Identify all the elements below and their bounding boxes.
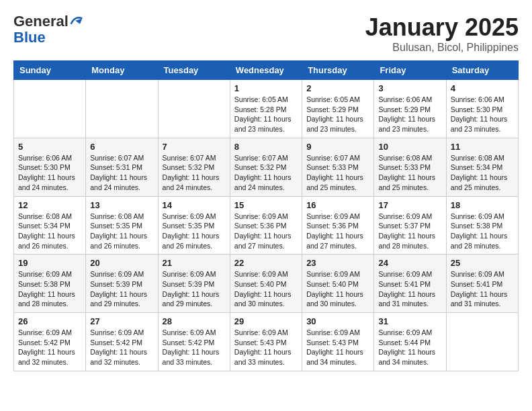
weekday-header-monday: Monday (86, 61, 158, 80)
calendar-cell: 13Sunrise: 6:08 AM Sunset: 5:35 PM Dayli… (86, 196, 158, 255)
day-info: Sunrise: 6:09 AM Sunset: 5:44 PM Dayligh… (378, 328, 441, 367)
day-number: 27 (90, 316, 153, 326)
day-info: Sunrise: 6:08 AM Sunset: 5:33 PM Dayligh… (378, 153, 441, 193)
day-number: 20 (90, 258, 153, 268)
day-info: Sunrise: 6:09 AM Sunset: 5:36 PM Dayligh… (234, 212, 298, 251)
day-number: 23 (306, 258, 369, 268)
day-info: Sunrise: 6:09 AM Sunset: 5:43 PM Dayligh… (234, 328, 298, 367)
day-number: 30 (306, 316, 369, 326)
page-header: General Blue January 2025 Bulusan, Bicol… (13, 13, 519, 54)
calendar-cell: 9Sunrise: 6:07 AM Sunset: 5:33 PM Daylig… (302, 138, 374, 196)
calendar-cell: 29Sunrise: 6:09 AM Sunset: 5:43 PM Dayli… (230, 313, 302, 371)
day-number: 11 (451, 142, 514, 152)
day-number: 29 (234, 316, 298, 326)
day-number: 14 (163, 200, 226, 210)
day-number: 4 (451, 83, 514, 93)
calendar-cell: 3Sunrise: 6:06 AM Sunset: 5:29 PM Daylig… (374, 80, 446, 138)
calendar-cell: 6Sunrise: 6:07 AM Sunset: 5:31 PM Daylig… (86, 138, 158, 196)
day-info: Sunrise: 6:08 AM Sunset: 5:34 PM Dayligh… (451, 153, 514, 193)
calendar-cell: 18Sunrise: 6:09 AM Sunset: 5:38 PM Dayli… (446, 196, 518, 255)
calendar-cell: 26Sunrise: 6:09 AM Sunset: 5:42 PM Dayli… (14, 313, 86, 371)
day-number: 9 (306, 142, 369, 152)
calendar-cell: 10Sunrise: 6:08 AM Sunset: 5:33 PM Dayli… (374, 138, 446, 196)
day-number: 5 (18, 142, 81, 152)
calendar: SundayMondayTuesdayWednesdayThursdayFrid… (13, 60, 519, 371)
day-number: 8 (234, 142, 298, 152)
day-info: Sunrise: 6:08 AM Sunset: 5:34 PM Dayligh… (18, 212, 81, 251)
logo-general: General (13, 13, 69, 30)
calendar-cell: 16Sunrise: 6:09 AM Sunset: 5:36 PM Dayli… (302, 196, 374, 255)
day-number: 15 (234, 200, 298, 210)
day-number: 21 (163, 258, 226, 268)
day-info: Sunrise: 6:09 AM Sunset: 5:40 PM Dayligh… (306, 269, 369, 309)
day-info: Sunrise: 6:09 AM Sunset: 5:42 PM Dayligh… (163, 328, 226, 367)
weekday-header-wednesday: Wednesday (230, 61, 302, 80)
day-number: 25 (451, 258, 514, 268)
day-number: 6 (90, 142, 153, 152)
calendar-cell: 24Sunrise: 6:09 AM Sunset: 5:41 PM Dayli… (374, 255, 446, 313)
calendar-cell: 17Sunrise: 6:09 AM Sunset: 5:37 PM Dayli… (374, 196, 446, 255)
day-number: 13 (90, 200, 153, 210)
day-number: 28 (163, 316, 226, 326)
day-info: Sunrise: 6:07 AM Sunset: 5:32 PM Dayligh… (234, 153, 298, 193)
logo-blue: Blue (13, 30, 83, 46)
day-info: Sunrise: 6:09 AM Sunset: 5:36 PM Dayligh… (306, 212, 369, 251)
day-number: 2 (306, 83, 369, 93)
calendar-cell: 5Sunrise: 6:06 AM Sunset: 5:30 PM Daylig… (14, 138, 86, 196)
calendar-cell: 2Sunrise: 6:05 AM Sunset: 5:29 PM Daylig… (302, 80, 374, 138)
weekday-header-sunday: Sunday (14, 61, 86, 80)
calendar-cell: 22Sunrise: 6:09 AM Sunset: 5:40 PM Dayli… (230, 255, 302, 313)
calendar-cell: 7Sunrise: 6:07 AM Sunset: 5:32 PM Daylig… (158, 138, 230, 196)
day-number: 31 (378, 316, 441, 326)
day-number: 1 (234, 83, 298, 93)
weekday-header-tuesday: Tuesday (158, 61, 230, 80)
calendar-cell: 23Sunrise: 6:09 AM Sunset: 5:40 PM Dayli… (302, 255, 374, 313)
calendar-cell: 25Sunrise: 6:09 AM Sunset: 5:41 PM Dayli… (446, 255, 518, 313)
day-info: Sunrise: 6:09 AM Sunset: 5:37 PM Dayligh… (378, 212, 441, 251)
day-info: Sunrise: 6:09 AM Sunset: 5:42 PM Dayligh… (18, 328, 81, 367)
day-info: Sunrise: 6:09 AM Sunset: 5:42 PM Dayligh… (90, 328, 153, 367)
day-number: 17 (378, 200, 441, 210)
calendar-cell (14, 80, 86, 138)
title-block: January 2025 Bulusan, Bicol, Philippines (365, 13, 519, 54)
day-info: Sunrise: 6:06 AM Sunset: 5:30 PM Dayligh… (451, 95, 514, 134)
day-info: Sunrise: 6:09 AM Sunset: 5:41 PM Dayligh… (378, 269, 441, 309)
calendar-cell: 12Sunrise: 6:08 AM Sunset: 5:34 PM Dayli… (14, 196, 86, 255)
calendar-cell: 21Sunrise: 6:09 AM Sunset: 5:39 PM Dayli… (158, 255, 230, 313)
day-info: Sunrise: 6:06 AM Sunset: 5:29 PM Dayligh… (378, 95, 441, 134)
day-info: Sunrise: 6:05 AM Sunset: 5:29 PM Dayligh… (306, 95, 369, 134)
day-info: Sunrise: 6:06 AM Sunset: 5:30 PM Dayligh… (18, 153, 81, 193)
day-info: Sunrise: 6:07 AM Sunset: 5:33 PM Dayligh… (306, 153, 369, 193)
calendar-cell: 14Sunrise: 6:09 AM Sunset: 5:35 PM Dayli… (158, 196, 230, 255)
calendar-cell: 20Sunrise: 6:09 AM Sunset: 5:39 PM Dayli… (86, 255, 158, 313)
calendar-cell: 4Sunrise: 6:06 AM Sunset: 5:30 PM Daylig… (446, 80, 518, 138)
calendar-cell: 1Sunrise: 6:05 AM Sunset: 5:28 PM Daylig… (230, 80, 302, 138)
month-title: January 2025 (365, 13, 519, 42)
calendar-cell: 19Sunrise: 6:09 AM Sunset: 5:38 PM Dayli… (14, 255, 86, 313)
day-number: 3 (378, 83, 441, 93)
day-info: Sunrise: 6:07 AM Sunset: 5:31 PM Dayligh… (90, 153, 153, 193)
day-number: 12 (18, 200, 81, 210)
day-info: Sunrise: 6:09 AM Sunset: 5:38 PM Dayligh… (18, 269, 81, 309)
day-info: Sunrise: 6:09 AM Sunset: 5:40 PM Dayligh… (234, 269, 298, 309)
day-number: 10 (378, 142, 441, 152)
calendar-cell: 31Sunrise: 6:09 AM Sunset: 5:44 PM Dayli… (374, 313, 446, 371)
day-number: 26 (18, 316, 81, 326)
weekday-header-saturday: Saturday (446, 61, 518, 80)
day-info: Sunrise: 6:09 AM Sunset: 5:39 PM Dayligh… (163, 269, 226, 309)
day-info: Sunrise: 6:08 AM Sunset: 5:35 PM Dayligh… (90, 212, 153, 251)
calendar-cell: 15Sunrise: 6:09 AM Sunset: 5:36 PM Dayli… (230, 196, 302, 255)
day-info: Sunrise: 6:09 AM Sunset: 5:35 PM Dayligh… (163, 212, 226, 251)
day-number: 18 (451, 200, 514, 210)
day-number: 7 (163, 142, 226, 152)
calendar-cell (158, 80, 230, 138)
day-info: Sunrise: 6:09 AM Sunset: 5:43 PM Dayligh… (306, 328, 369, 367)
calendar-cell: 28Sunrise: 6:09 AM Sunset: 5:42 PM Dayli… (158, 313, 230, 371)
day-number: 16 (306, 200, 369, 210)
day-info: Sunrise: 6:09 AM Sunset: 5:39 PM Dayligh… (90, 269, 153, 309)
weekday-header-friday: Friday (374, 61, 446, 80)
day-info: Sunrise: 6:09 AM Sunset: 5:38 PM Dayligh… (451, 212, 514, 251)
day-number: 19 (18, 258, 81, 268)
day-number: 24 (378, 258, 441, 268)
logo: General Blue (13, 13, 83, 46)
